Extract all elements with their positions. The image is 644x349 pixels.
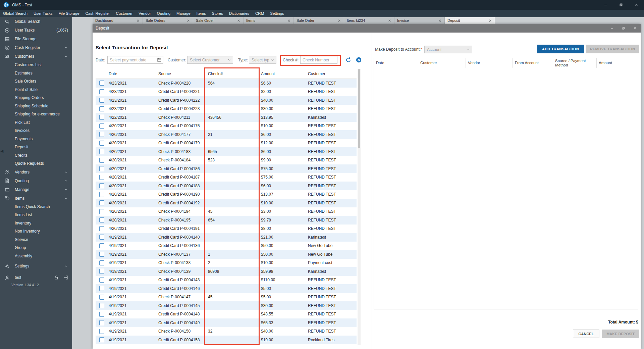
row-checkbox[interactable] (99, 235, 104, 240)
transaction-row[interactable]: 4/20/2021Credit Card P-0004191$8.00REFUN… (96, 225, 357, 233)
close-icon[interactable] (186, 19, 190, 22)
minimize-button[interactable] (598, 0, 613, 10)
transaction-row[interactable]: 4/20/2021Credit Card P-0004190$13.07REFU… (96, 190, 357, 199)
transaction-row[interactable]: 4/19/2021Check P-00041371$50.00New Go Tu… (96, 250, 357, 259)
tab-dashboard[interactable]: Dashboard (93, 17, 143, 24)
transaction-row[interactable]: 4/23/2021Check P-0004220564$6.60REFUND T… (96, 79, 357, 88)
date-filter-input[interactable] (107, 56, 163, 64)
transaction-row[interactable]: 4/19/2021Credit Card P-0004148$43.55REFU… (96, 310, 357, 319)
close-icon[interactable] (388, 19, 391, 22)
sidebar-item-point-of-sale[interactable]: Point of Sale (0, 86, 72, 94)
sidebar-item-service[interactable]: Service (0, 236, 72, 244)
row-checkbox[interactable] (99, 252, 104, 257)
remove-transaction-button[interactable]: REMOVE TRANSACTION (586, 45, 639, 53)
inner-restore-button[interactable] (618, 24, 629, 33)
sidebar-item-vendors[interactable]: Vendors (0, 168, 72, 177)
row-checkbox[interactable] (99, 303, 104, 308)
row-checkbox[interactable] (99, 81, 104, 86)
row-checkbox[interactable] (99, 106, 104, 111)
menu-item-user-tasks[interactable]: User Tasks (31, 10, 56, 17)
sidebar-item-sale-orders[interactable]: Sale Orders (0, 77, 72, 86)
sidebar-item-user-tasks[interactable]: User Tasks(1067) (0, 26, 72, 35)
transaction-row[interactable]: 4/19/2021Check P-000413986908$59.98Karin… (96, 267, 357, 276)
tab-sale-order[interactable]: Sale Order (193, 17, 244, 24)
transaction-row[interactable]: 4/19/2021Credit Card P-0004146$5.00REFUN… (96, 284, 357, 293)
transaction-row[interactable]: 4/20/2021Credit Card P-0004192$10.00REFU… (96, 199, 357, 207)
sidebar-item-quote-requests[interactable]: Quote Requests (0, 159, 72, 168)
row-checkbox[interactable] (99, 320, 104, 325)
menu-item-settings[interactable]: Settings (267, 10, 287, 17)
row-checkbox[interactable] (99, 312, 104, 317)
transaction-row[interactable]: 4/19/2021Credit Card P-0004140$21.00Kari… (96, 233, 357, 242)
transaction-row[interactable]: 4/19/2021Credit Card P-0004143$110.00REF… (96, 276, 357, 285)
transaction-row[interactable]: 4/19/2021Check P-00041382$10.00Payment c… (96, 259, 357, 267)
sidebar-item-estimates[interactable]: Estimates (0, 69, 72, 78)
add-transaction-button[interactable]: ADD TRANSACTION (537, 45, 584, 53)
row-checkbox[interactable] (99, 192, 104, 197)
menu-item-dictionaries[interactable]: Dictionaries (226, 10, 252, 17)
close-icon[interactable] (287, 19, 291, 22)
type-filter-dropdown[interactable]: Select type (249, 56, 276, 64)
sidebar-item-manage[interactable]: Manage (0, 185, 72, 194)
sidebar-collapse-arrow[interactable]: ◀ (0, 149, 3, 153)
row-checkbox[interactable] (99, 89, 104, 94)
row-checkbox[interactable] (99, 132, 104, 137)
sidebar-item-assembly[interactable]: Assembly (0, 252, 72, 260)
menu-item-manage[interactable]: Manage (173, 10, 194, 17)
make-deposit-button[interactable]: MAKE DEPOSIT (602, 330, 639, 338)
menu-item-quoting[interactable]: Quoting (154, 10, 173, 17)
sidebar-item-cash-register[interactable]: Cash Register (0, 43, 72, 52)
sidebar-item-items-list[interactable]: Items List (0, 211, 72, 219)
sidebar-item-shipping-schedule[interactable]: Shipping Schedule (0, 102, 72, 110)
check-number-input[interactable] (300, 56, 337, 64)
row-checkbox[interactable] (99, 243, 104, 248)
transaction-row[interactable]: 4/20/2021Check P-000417721$6.00REFUND TE… (96, 130, 357, 139)
tab-sale-order[interactable]: Sale Order (294, 17, 344, 24)
row-checkbox[interactable] (99, 260, 104, 265)
row-checkbox[interactable] (99, 166, 104, 171)
transaction-row[interactable]: 4/23/2021Credit Card P-0004221$2.00REFUN… (96, 88, 357, 96)
menu-item-file-storage[interactable]: File Storage (56, 10, 83, 17)
sidebar-item-deposit[interactable]: Deposit (0, 143, 72, 151)
tab-sale-orders[interactable]: Sale Orders (143, 17, 193, 24)
close-icon[interactable] (237, 19, 240, 22)
menu-item-cash-register[interactable]: Cash Register (83, 10, 113, 17)
transaction-row[interactable]: 4/20/2021Check P-0004195654$9.78REFUND T… (96, 216, 357, 225)
customer-filter-dropdown[interactable]: Select Customer (187, 56, 233, 64)
transaction-row[interactable]: 4/23/2021Credit Card P-0004222$40.00REFU… (96, 96, 357, 105)
row-checkbox[interactable] (99, 158, 104, 163)
inner-close-button[interactable] (629, 24, 641, 33)
lock-icon[interactable] (54, 275, 59, 280)
transaction-row[interactable]: 4/23/2021Credit Card P-0004223$30.00REFU… (96, 105, 357, 113)
deposit-account-dropdown[interactable]: Account (424, 46, 472, 53)
refresh-icon[interactable] (345, 57, 351, 63)
row-checkbox[interactable] (99, 295, 104, 300)
row-checkbox[interactable] (99, 98, 104, 103)
sidebar-item-shipping-for-e-commerce[interactable]: Shipping for e-commerce (0, 110, 72, 118)
close-icon[interactable] (337, 19, 341, 22)
logout-icon[interactable] (63, 275, 68, 280)
transaction-row[interactable]: 4/19/2021Credit Card P-0004136$50.00New … (96, 242, 357, 250)
restore-button[interactable] (613, 0, 629, 10)
scrollbar-thumb[interactable] (358, 69, 360, 148)
sidebar-item-items-quick-search[interactable]: Items Quick Search (0, 203, 72, 211)
sidebar-item-group[interactable]: Group (0, 244, 72, 252)
sidebar-item-pick-list[interactable]: Pick List (0, 118, 72, 127)
sidebar-item-customers-list[interactable]: Customers List (0, 61, 72, 69)
menu-item-customer[interactable]: Customer (113, 10, 136, 17)
tab-invoice[interactable]: Invoice (394, 17, 445, 24)
row-checkbox[interactable] (99, 226, 104, 231)
tab-items[interactable]: Items (244, 17, 294, 24)
sidebar-item-invoices[interactable]: Invoices (0, 127, 72, 135)
cancel-button[interactable]: CANCEL (573, 330, 599, 338)
menu-item-items[interactable]: Items (194, 10, 209, 17)
menu-item-stores[interactable]: Stores (209, 10, 226, 17)
transaction-row[interactable]: 4/19/2021Credit Card P-0004158$19.00Rock… (96, 336, 357, 344)
row-checkbox[interactable] (99, 123, 104, 129)
transaction-row[interactable]: 4/20/2021Check P-0004184523$9.00REFUND T… (96, 156, 357, 165)
sidebar-item-quoting[interactable]: Quoting (0, 177, 72, 185)
row-checkbox[interactable] (99, 183, 104, 188)
row-checkbox[interactable] (99, 286, 104, 291)
transaction-row[interactable]: 4/19/2021Credit Card P-0004149$65.33REFU… (96, 318, 357, 327)
transaction-row[interactable]: 4/20/2021Check P-00041836565$6.00REFUND … (96, 147, 357, 156)
